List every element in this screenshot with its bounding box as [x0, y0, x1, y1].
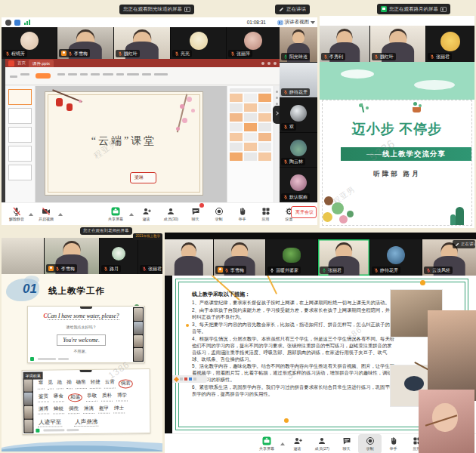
raise-hand-button[interactable]: 举手	[382, 434, 405, 453]
video-tile[interactable]: 静待花开	[370, 239, 422, 276]
video-tile[interactable]: 魏红叶	[114, 27, 170, 59]
video-tile[interactable]: 默认昵称	[280, 168, 317, 202]
video-tile[interactable]: 阳光味道	[280, 27, 317, 62]
slide-thumbnail-panel[interactable]	[5, 86, 36, 202]
slide-thumbnail-selected[interactable]	[8, 89, 32, 105]
video-tile[interactable]: 李雪梅	[214, 239, 265, 276]
video-tile[interactable]	[165, 239, 213, 276]
side-tool-rail[interactable]	[274, 86, 280, 202]
photo-practice-4	[419, 390, 474, 453]
record-button-active[interactable]: 录制	[358, 434, 382, 453]
slide-thumbnail[interactable]	[8, 165, 32, 180]
leave-meeting-button[interactable]: 离开会议	[291, 206, 317, 218]
camera-options-caret[interactable]	[58, 213, 63, 216]
video-tile[interactable]: 张丽萍	[227, 27, 280, 59]
slide-title: “云端”课堂	[45, 134, 202, 148]
share-options-caret[interactable]	[129, 213, 134, 216]
blossom-dot	[79, 100, 82, 103]
video-tile[interactable]: 程锦芳	[2, 27, 57, 59]
unmute-button[interactable]: 解除静音	[5, 205, 28, 224]
record-button[interactable]: 录制	[207, 205, 230, 224]
wps-presentation-window: 首页 课件.pptx	[5, 59, 280, 202]
apps-button[interactable]: 应用	[254, 205, 277, 224]
window-maximize-button[interactable]	[267, 62, 270, 65]
blossom-dot	[176, 127, 180, 131]
measure-item: 5、活化教学内容，趣味化教学。结合不同的教学内容向学生推送有关拼音视频、图片，让…	[192, 363, 396, 384]
video-tile[interactable]: 双	[280, 98, 317, 132]
video-tile-row: 李雪梅 温暖外婆家 张丽君 静待花开 正在讲话 云淡风轻	[165, 239, 476, 276]
cactus-decoration	[456, 207, 464, 225]
slide-thumbnail[interactable]	[8, 108, 32, 124]
speaking-indicator: 正在讲话	[453, 240, 475, 248]
meeting-window-top-right: 您正在观看路月的屏幕 李秀利 魏红叶 张丽君	[320, 0, 474, 228]
members-button[interactable]: 成员(27)	[309, 434, 335, 453]
avatar	[290, 140, 307, 156]
avatar	[290, 105, 307, 122]
video-tile[interactable]: 李雪梅	[57, 27, 113, 59]
wps-title-bar: 首页 课件.pptx	[5, 59, 280, 67]
slide-thumbnail[interactable]	[8, 127, 32, 143]
window-minimize-button[interactable]	[261, 62, 264, 65]
design-template-panel[interactable]	[227, 86, 274, 202]
chat-button[interactable]: 聊天	[184, 205, 207, 224]
avatar	[112, 247, 125, 260]
collapse-panel-arrow[interactable]	[273, 106, 280, 124]
slide-canvas[interactable]: “云端”课堂 梁琳	[45, 91, 203, 196]
shield-icon[interactable]	[14, 20, 20, 26]
slide-thumbnail[interactable]	[8, 146, 32, 162]
host-badge	[218, 267, 223, 273]
blossom-dot	[187, 97, 192, 102]
orange-dot-decoration	[420, 280, 425, 285]
video-tile[interactable]: 亮亮	[171, 27, 226, 59]
wps-document-tab[interactable]: 课件.pptx	[29, 60, 54, 67]
ribbon-active-tab[interactable]	[36, 73, 51, 79]
host-badge	[61, 51, 66, 56]
share-screen-button[interactable]: 共享屏幕	[254, 434, 280, 453]
network-signal-bar	[26, 21, 28, 25]
video-tile[interactable]: 陶云林	[280, 133, 317, 167]
members-button[interactable]: 成员(30)	[158, 205, 184, 224]
wps-workspace: “云端”课堂 梁琳	[5, 86, 280, 202]
share-options-caret[interactable]	[280, 442, 285, 445]
orange-dot-decoration	[186, 324, 189, 327]
video-tile[interactable]: 静待花开	[280, 63, 317, 97]
view-mode-button[interactable]: 演讲者视图	[277, 19, 316, 26]
shared-slide: 迈小步 不停步 ——线上教学交流分享 听障部 路月 5336 程亚男	[320, 62, 474, 228]
english-lesson-card: CCan I have some water, please? 请给我点水好吗？…	[27, 306, 145, 363]
invite-button[interactable]: 邀请	[134, 205, 158, 224]
video-tile[interactable]: 魏红叶	[370, 26, 425, 62]
slide-mint-band	[320, 62, 474, 100]
english-sentence: CCan I have some water, please?	[30, 313, 132, 319]
wps-ribbon[interactable]	[5, 67, 280, 85]
invite-button[interactable]: 邀请	[286, 434, 309, 453]
share-screen-button[interactable]: 共享屏幕	[103, 205, 128, 224]
screen-share-icon	[381, 6, 387, 12]
blossom-dot	[182, 118, 187, 123]
video-tile[interactable]: 正在讲话 云淡风轻	[422, 239, 476, 276]
network-signal-bar	[29, 20, 30, 25]
english-reply: You're welcome.	[57, 334, 106, 346]
switch-view-icon[interactable]	[440, 7, 447, 12]
slide-subtitle-band: ——线上教学交流分享	[341, 147, 471, 161]
video-tile[interactable]: 李秀利	[320, 26, 369, 62]
switch-view-icon[interactable]	[184, 7, 190, 12]
video-tile[interactable]	[2, 238, 44, 274]
meeting-info-icon[interactable]	[5, 20, 11, 26]
avatar	[290, 174, 307, 191]
mic-options-caret[interactable]	[29, 213, 33, 216]
start-video-button[interactable]: 开启视频	[34, 205, 57, 224]
annotation-mini-toolbar[interactable]	[172, 375, 207, 383]
avatar	[440, 32, 460, 51]
video-tile-row: 李秀利 魏红叶 张丽君	[320, 26, 474, 62]
wps-home-tab[interactable]: 首页	[17, 60, 26, 66]
video-tile[interactable]: 路月	[100, 238, 138, 274]
host-badge	[48, 266, 54, 271]
video-tile[interactable]: 张丽君	[426, 26, 474, 62]
video-tile[interactable]: 李雪梅	[45, 238, 99, 274]
raise-hand-button[interactable]: 举手	[230, 205, 254, 224]
window-close-button[interactable]	[274, 62, 277, 65]
video-tile-speaking[interactable]: 张丽君	[318, 239, 369, 276]
video-tile[interactable]: 温暖外婆家	[266, 239, 317, 276]
chat-button[interactable]: 聊天	[335, 434, 358, 453]
video-tile[interactable]: 张丽君	[138, 238, 162, 274]
